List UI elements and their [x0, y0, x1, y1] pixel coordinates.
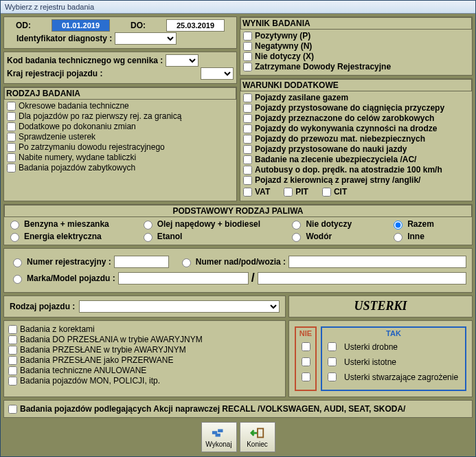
list-item[interactable]: Pojazd z kierownicą z prawej strny /angl… — [243, 175, 469, 185]
checkbox[interactable] — [7, 143, 16, 152]
fuel-radio[interactable] — [394, 221, 403, 230]
nr-npw-input[interactable] — [288, 256, 466, 268]
list-item[interactable]: Badania pojazdów MON, POLICJI, itp. — [8, 376, 281, 386]
pit-checkbox[interactable] — [284, 188, 293, 197]
kod-select[interactable] — [166, 54, 199, 67]
checkbox[interactable] — [243, 32, 252, 41]
checkbox[interactable] — [7, 153, 16, 162]
checkbox[interactable] — [8, 346, 17, 355]
paliwo-title: PODSTAWOWY RODZAJ PALIWA — [4, 205, 472, 217]
list-item-label: Pojazdy do wykonywania czynności na drod… — [255, 124, 437, 133]
list-item[interactable]: Pojazdy przeznaczone do celów zarobkowyc… — [243, 113, 469, 123]
checkbox[interactable] — [243, 63, 252, 71]
marka-input[interactable] — [118, 272, 249, 285]
list-item[interactable]: Badania PRZESŁANE jako PRZERWANE — [8, 355, 281, 365]
list-item[interactable]: Negatywny (N) — [243, 41, 469, 51]
wykonaj-button[interactable]: Wykonaj — [201, 422, 237, 452]
svg-rect-2 — [215, 433, 220, 436]
cit-checkbox[interactable] — [322, 188, 331, 197]
checkbox[interactable] — [8, 356, 17, 365]
checkbox[interactable] — [243, 114, 252, 123]
date-panel: OD: DO: Identyfikator diagnosty : — [3, 16, 237, 49]
checkbox[interactable] — [7, 164, 16, 172]
checkbox[interactable] — [243, 124, 252, 133]
fuel-radio[interactable] — [10, 233, 19, 242]
rodzaj-pojazdu-select[interactable] — [79, 300, 280, 313]
fuel-option[interactable]: Etanol — [140, 231, 282, 242]
checkbox[interactable] — [7, 112, 16, 121]
checkbox[interactable] — [7, 102, 16, 111]
fuel-option[interactable]: Benzyna + mieszanka — [7, 219, 133, 230]
checkbox[interactable] — [243, 52, 252, 61]
list-item[interactable]: Pojazdy przystosowane do nauki jazdy — [243, 144, 469, 154]
fuel-radio[interactable] — [10, 221, 19, 230]
checkbox[interactable] — [243, 166, 252, 175]
kraj-select[interactable] — [201, 67, 234, 80]
checkbox[interactable] — [243, 42, 252, 51]
fuel-option[interactable]: Razem — [390, 219, 469, 230]
fuel-radio[interactable] — [292, 233, 301, 242]
checkbox[interactable] — [8, 325, 17, 334]
fuel-radio[interactable] — [144, 221, 152, 230]
list-item[interactable]: Pojazdy zasilane gazem — [243, 93, 469, 102]
tak-istotne-checkbox[interactable] — [328, 357, 337, 366]
list-item[interactable]: Badania z korektami — [8, 324, 281, 334]
fuel-option[interactable]: Wodór — [288, 231, 383, 242]
model-input[interactable] — [258, 272, 466, 285]
ident-select[interactable] — [115, 32, 177, 45]
list-item[interactable]: Okresowe badania techniczne — [7, 101, 234, 111]
fuel-option[interactable]: Olej napędowy + biodiesel — [140, 219, 282, 230]
do-date-input[interactable] — [166, 19, 225, 32]
fuel-radio[interactable] — [144, 233, 152, 242]
nie-istotne-checkbox[interactable] — [302, 357, 310, 366]
nr-npw-radio[interactable] — [182, 258, 191, 267]
list-item-label: Badania pojazdów zabytkowych — [19, 163, 135, 172]
fuel-radio[interactable] — [292, 221, 301, 230]
list-item[interactable]: Badania pojazdów zabytkowych — [7, 163, 234, 172]
nr-rej-input[interactable] — [114, 256, 169, 268]
koniec-button[interactable]: Koniec — [240, 422, 275, 452]
fuel-option[interactable]: Inne — [390, 231, 469, 242]
checkbox[interactable] — [243, 145, 252, 154]
checkbox[interactable] — [8, 335, 17, 344]
checkbox[interactable] — [7, 122, 16, 131]
fuel-option[interactable]: Nie dotyczy — [288, 219, 383, 230]
marka-radio[interactable] — [13, 275, 22, 284]
nie-drobne-checkbox[interactable] — [302, 342, 310, 351]
tak-zagrozenie-checkbox[interactable] — [328, 372, 337, 381]
checkbox[interactable] — [243, 135, 252, 144]
cit-label: CIT — [334, 187, 347, 197]
checkbox[interactable] — [8, 377, 17, 386]
list-item[interactable]: Pojazdy do przewozu mat. niebezpiecznych — [243, 134, 469, 144]
list-item[interactable]: Badania DO PRZESŁANIA w trybie AWARYJNYM — [8, 335, 281, 344]
list-item[interactable]: Badania PRZESŁANE w trybie AWARYJNYM — [8, 345, 281, 355]
nr-rej-radio[interactable] — [13, 258, 22, 267]
list-item[interactable]: Nabite numery, wydane tabliczki — [7, 153, 234, 162]
fuel-radio[interactable] — [394, 233, 403, 242]
recall-checkbox[interactable] — [8, 405, 17, 414]
list-item[interactable]: Dodatkowe po dokonaniu zmian — [7, 122, 234, 131]
vat-checkbox[interactable] — [243, 188, 252, 197]
checkbox[interactable] — [243, 93, 252, 102]
od-date-input[interactable] — [52, 19, 110, 32]
list-item[interactable]: Sprawdzenie usterek — [7, 132, 234, 142]
list-item[interactable]: Badanie na zlecenie ubezpieczyciela /AC/ — [243, 155, 469, 164]
list-item[interactable]: Nie dotyczy (X) — [243, 52, 469, 61]
tak-drobne-checkbox[interactable] — [328, 342, 337, 351]
checkbox[interactable] — [243, 155, 252, 164]
list-item[interactable]: Pojazdy przystosowane do ciągnięcia przy… — [243, 103, 469, 113]
list-item[interactable]: Pojazdy do wykonywania czynności na drod… — [243, 124, 469, 133]
fuel-option[interactable]: Energia elektryczna — [7, 231, 133, 242]
checkbox[interactable] — [243, 104, 252, 113]
list-item[interactable]: Dla pojazdów po raz pierwszy rej. za gra… — [7, 111, 234, 121]
list-item[interactable]: Po zatrzymaniu dowodu rejestracyjnego — [7, 142, 234, 152]
list-item[interactable]: Autobusy o dop. prędk. na atostradzie 10… — [243, 165, 469, 175]
checkbox[interactable] — [8, 366, 17, 375]
checkbox[interactable] — [243, 176, 252, 185]
checkbox[interactable] — [7, 133, 16, 142]
nie-zagrozenie-checkbox[interactable] — [302, 372, 310, 381]
rodzaj-badania-panel: RODZAJ BADANIA Okresowe badania technicz… — [3, 87, 237, 201]
list-item[interactable]: Pozytywny (P) — [243, 31, 469, 41]
list-item[interactable]: Zatrzymane Dowody Rejestracyjne — [243, 62, 469, 71]
list-item[interactable]: Badania techniczne ANULOWANE — [8, 366, 281, 375]
